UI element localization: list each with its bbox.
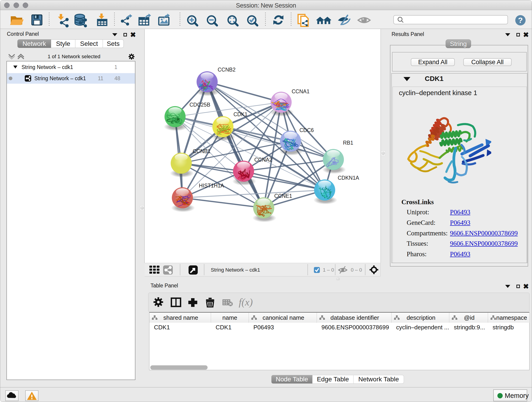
svg-text:48: 48 bbox=[114, 75, 120, 81]
svg-text:CCNB1: CCNB1 bbox=[193, 148, 210, 154]
svg-text:11: 11 bbox=[98, 75, 103, 81]
svg-text:String Network – cdk1: String Network – cdk1 bbox=[211, 267, 260, 273]
svg-text:0 – 0: 0 – 0 bbox=[351, 267, 362, 273]
svg-text:RB1: RB1 bbox=[343, 140, 353, 146]
svg-text:1: 1 bbox=[114, 64, 117, 70]
svg-text:String Network – cdk1: String Network – cdk1 bbox=[34, 75, 86, 81]
svg-text:CCNB2: CCNB2 bbox=[218, 67, 235, 73]
svg-text:1 – 0: 1 – 0 bbox=[323, 267, 334, 273]
svg-text:1 of 1 Network selected: 1 of 1 Network selected bbox=[48, 54, 100, 59]
svg-text:CDC6: CDC6 bbox=[299, 127, 314, 133]
svg-text:CCNA1: CCNA1 bbox=[292, 89, 310, 95]
svg-text:CCNE1: CCNE1 bbox=[274, 193, 292, 199]
svg-text:f(x): f(x) bbox=[239, 297, 253, 308]
svg-text:CDK1: CDK1 bbox=[234, 111, 247, 117]
svg-text:HIST1H1A: HIST1H1A bbox=[199, 183, 224, 189]
svg-text:CCNA2: CCNA2 bbox=[254, 157, 272, 163]
svg-text:CDKN1A: CDKN1A bbox=[338, 175, 359, 181]
svg-text:CDC25B: CDC25B bbox=[190, 102, 210, 108]
svg-text:String Network – cdk1: String Network – cdk1 bbox=[22, 64, 73, 70]
